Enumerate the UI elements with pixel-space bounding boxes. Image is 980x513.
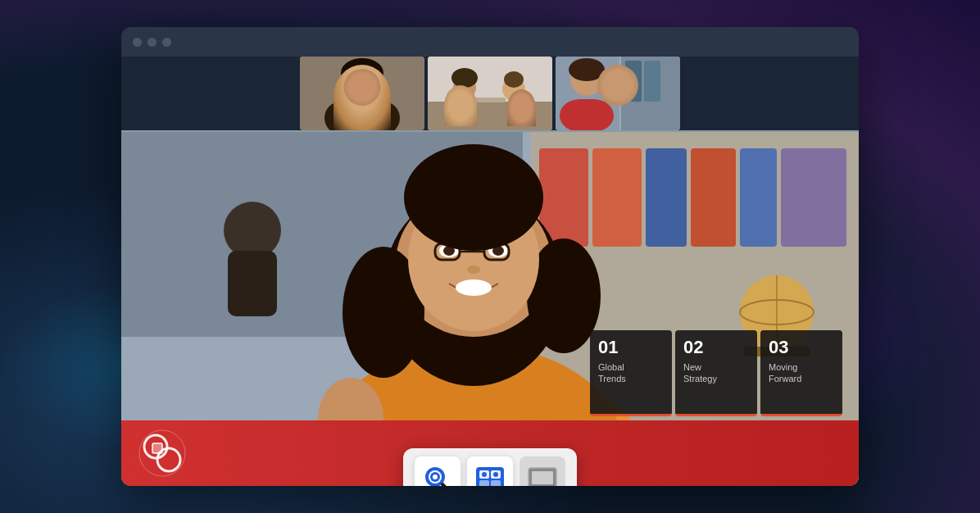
window-dot-3: [162, 38, 171, 47]
thumbnail-participant-1: [300, 57, 424, 130]
browser-content: 01 Global Trends 02 New Strategy: [121, 57, 859, 486]
magnifier-button[interactable]: [415, 456, 461, 486]
svg-point-33: [224, 202, 281, 259]
screen-view-button[interactable]: [519, 456, 565, 486]
svg-rect-74: [532, 471, 553, 484]
svg-rect-34: [228, 251, 277, 316]
info-card-2-number: 02: [683, 338, 749, 356]
svg-rect-67: [479, 480, 489, 486]
svg-point-2: [341, 58, 383, 88]
svg-rect-11: [473, 98, 506, 102]
svg-rect-58: [152, 443, 162, 453]
svg-rect-3: [324, 102, 400, 130]
svg-point-1: [344, 63, 380, 99]
thumbnail-participant-3: [556, 57, 680, 130]
main-video-background: 01 Global Trends 02 New Strategy: [121, 130, 859, 486]
info-card-3-text: Moving Forward: [769, 361, 834, 385]
svg-rect-19: [560, 99, 614, 130]
svg-rect-27: [781, 148, 846, 247]
svg-rect-24: [646, 148, 687, 247]
svg-point-52: [404, 144, 543, 251]
brand-logo: [138, 429, 187, 478]
svg-rect-23: [592, 148, 642, 247]
svg-point-10: [504, 71, 524, 88]
info-card-2-text: New Strategy: [683, 361, 749, 385]
svg-rect-25: [691, 148, 736, 247]
info-card-1: 01 Global Trends: [590, 330, 672, 416]
info-card-3: 03 Moving Forward: [760, 330, 842, 416]
svg-point-62: [433, 474, 438, 479]
svg-point-8: [451, 68, 478, 88]
info-cards-container: 01 Global Trends 02 New Strategy: [590, 330, 842, 416]
svg-rect-15: [644, 61, 660, 102]
browser-window: 01 Global Trends 02 New Strategy: [121, 27, 859, 486]
screen-icon: [527, 464, 558, 486]
browser-titlebar: [121, 27, 859, 57]
svg-rect-68: [491, 480, 501, 486]
thumbnail-strip: [300, 57, 680, 130]
svg-point-70: [493, 472, 498, 477]
svg-rect-4: [349, 79, 375, 83]
svg-point-69: [482, 472, 487, 477]
window-dot-2: [147, 38, 157, 47]
svg-point-51: [456, 279, 492, 296]
info-card-1-number: 01: [598, 338, 664, 356]
svg-line-63: [442, 484, 451, 486]
svg-rect-6: [428, 102, 552, 130]
svg-rect-26: [740, 148, 777, 247]
thumbnail-participants-meeting: [428, 57, 552, 130]
people-view-button[interactable]: [467, 456, 513, 486]
main-video-area: 01 Global Trends 02 New Strategy: [121, 130, 859, 486]
info-card-2: 02 New Strategy: [675, 330, 757, 416]
info-card-1-text: Global Trends: [598, 361, 664, 385]
svg-point-50: [467, 266, 480, 274]
view-toolbar: [403, 448, 577, 486]
info-card-3-number: 03: [769, 338, 834, 356]
svg-rect-14: [625, 61, 642, 102]
window-dot-1: [133, 38, 142, 47]
people-icon: [474, 464, 506, 486]
svg-point-18: [569, 58, 605, 81]
svg-rect-0: [300, 57, 424, 130]
